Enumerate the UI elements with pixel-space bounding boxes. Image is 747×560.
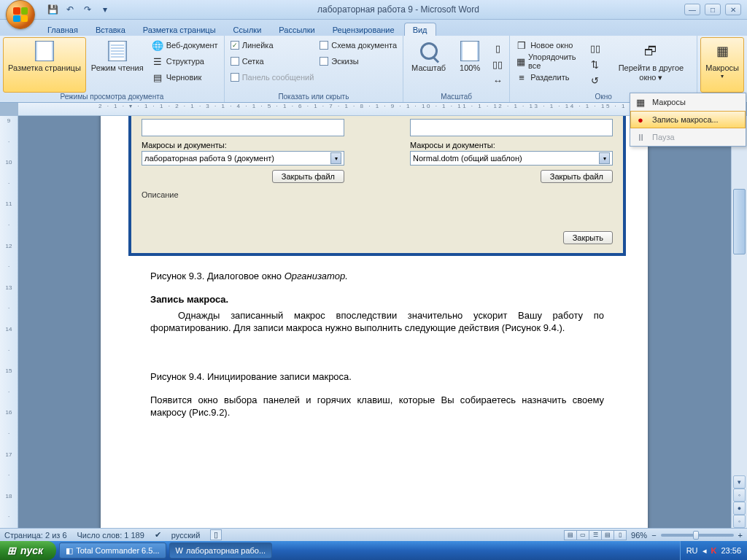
- tab-view[interactable]: Вид: [404, 23, 436, 36]
- browse-object-icon[interactable]: ●: [733, 502, 746, 515]
- tab-insert[interactable]: Вставка: [88, 23, 133, 36]
- dialog-description-label: Описание: [142, 190, 613, 199]
- keyboard-layout[interactable]: RU: [686, 546, 698, 555]
- tab-mailings[interactable]: Рассылки: [271, 23, 322, 36]
- status-word-count[interactable]: Число слов: 1 189: [77, 531, 144, 540]
- macros-record-label: Запись макроса...: [652, 115, 719, 124]
- status-outline[interactable]: ▤: [601, 530, 614, 540]
- reset-position-button[interactable]: ↺: [587, 72, 604, 88]
- minimize-button[interactable]: —: [684, 4, 700, 15]
- tray-clock[interactable]: 23:56: [721, 546, 741, 555]
- reading-mode-icon: [107, 40, 128, 62]
- tab-page-layout[interactable]: Разметка страницы: [135, 23, 224, 36]
- vertical-scrollbar[interactable]: ▴ ▾ ◦ ● ◦: [731, 116, 747, 528]
- taskbar: ⊞пуск ◧Total Commander 6.5... Wлаборатор…: [0, 541, 747, 560]
- macros-button[interactable]: ▦ Макросы ▾: [700, 37, 744, 93]
- vertical-ruler[interactable]: 9·10·11·12·13·14·15·16·17·18·19·20·21·22…: [0, 116, 18, 528]
- one-page-button[interactable]: ▯: [489, 40, 506, 56]
- zoom-slider[interactable]: [661, 534, 734, 537]
- switch-windows-button[interactable]: 🗗 Перейти в другое окно ▾: [608, 37, 694, 93]
- system-tray: RU ◂ K 23:56: [680, 541, 747, 560]
- status-web-layout[interactable]: ☰: [589, 530, 602, 540]
- reading-mode-button[interactable]: Режим чтения: [86, 37, 149, 93]
- tray-arrow-icon[interactable]: ◂: [703, 546, 707, 556]
- page-width-button[interactable]: ↔: [489, 72, 506, 88]
- close-file-left-button[interactable]: Закрыть файл: [272, 170, 344, 183]
- dialog-right-list[interactable]: [410, 119, 613, 136]
- tab-references[interactable]: Ссылки: [225, 23, 270, 36]
- gridlines-checkbox[interactable]: Сетка: [228, 53, 317, 69]
- zoom-100-button[interactable]: 100%: [451, 37, 489, 93]
- document-map-checkbox[interactable]: Схема документа: [317, 37, 400, 53]
- undo-icon[interactable]: ↶: [63, 2, 77, 17]
- status-page[interactable]: Страница: 2 из 6: [4, 531, 67, 540]
- insert-mode-icon[interactable]: ▯: [210, 529, 222, 540]
- dialog-left-list[interactable]: [142, 119, 344, 136]
- word-task-label: лабораторная рабо...: [186, 546, 266, 555]
- new-window-button[interactable]: ❒Новое окно: [513, 37, 582, 53]
- close-button[interactable]: ✕: [725, 4, 741, 15]
- dialog-right-select[interactable]: Normal.dotm (общий шаблон)▾: [410, 151, 613, 166]
- status-bar: Страница: 2 из 6 Число слов: 1 189 ✔ рус…: [0, 528, 747, 541]
- split-icon: ≡: [516, 71, 527, 83]
- paragraph-2: Появится окно выбора панелей и горячих к…: [150, 394, 604, 419]
- web-layout-button[interactable]: 🌐Веб-документ: [149, 37, 221, 53]
- status-draft[interactable]: ▯: [614, 530, 627, 540]
- chevron-down-icon: ▾: [599, 152, 610, 164]
- maximize-button[interactable]: □: [705, 4, 721, 15]
- taskbar-item-tc[interactable]: ◧Total Commander 6.5...: [59, 542, 166, 559]
- dialog-close-button[interactable]: Закрыть: [563, 231, 613, 244]
- group-show-hide: ✓Линейка Сетка Панель сообщений Схема до…: [225, 36, 403, 102]
- macros-menu-view[interactable]: ▦Макросы: [630, 93, 746, 111]
- sync-scroll-icon: ⇅: [589, 58, 601, 70]
- close-file-right-button[interactable]: Закрыть файл: [541, 170, 613, 183]
- spell-check-icon[interactable]: ✔: [155, 530, 161, 540]
- zoom-button[interactable]: Масштаб: [406, 37, 451, 93]
- prev-page-icon[interactable]: ◦: [733, 489, 746, 502]
- chevron-down-icon: ▾: [721, 73, 724, 79]
- zoom-out-icon[interactable]: −: [651, 531, 656, 540]
- print-layout-button[interactable]: Разметка страницы: [3, 37, 86, 93]
- horizontal-ruler[interactable]: 2 · 1 · ▾ · 1 · 1 · 2 · 1 · 3 · 1 · 4 · …: [18, 103, 731, 116]
- qat-customize-icon[interactable]: ▾: [98, 2, 112, 17]
- start-button[interactable]: ⊞пуск: [0, 541, 56, 560]
- ruler-checkbox[interactable]: ✓Линейка: [228, 37, 317, 53]
- sync-scroll-button[interactable]: ⇅: [587, 56, 604, 72]
- side-by-side-button[interactable]: ▯▯: [587, 40, 604, 56]
- kaspersky-icon[interactable]: K: [711, 546, 717, 555]
- page-100-icon: [459, 40, 481, 62]
- switch-windows-icon: 🗗: [640, 40, 662, 62]
- macros-menu-pause: ⏸Пауза: [630, 128, 746, 146]
- status-read-mode[interactable]: ▭: [576, 530, 589, 540]
- status-language[interactable]: русский: [171, 531, 200, 540]
- status-print-layout[interactable]: ▤: [564, 530, 577, 540]
- next-page-icon[interactable]: ◦: [733, 515, 746, 528]
- macros-menu-record[interactable]: ●Запись макроса...: [630, 111, 746, 128]
- zoom-slider-knob[interactable]: [693, 531, 699, 540]
- arrange-all-button[interactable]: ▦Упорядочить все: [513, 53, 582, 69]
- zoom-in-icon[interactable]: +: [738, 531, 743, 540]
- macros-pause-label: Пауза: [652, 133, 675, 141]
- outline-button[interactable]: ☰Структура: [149, 53, 221, 69]
- switch-windows-label: Перейти в другое окно ▾: [614, 63, 689, 82]
- status-zoom[interactable]: 96%: [631, 531, 647, 540]
- outline-label: Структура: [166, 57, 204, 66]
- two-pages-icon: ▯▯: [492, 58, 503, 70]
- two-pages-button[interactable]: ▯▯: [489, 56, 506, 72]
- scroll-down-icon[interactable]: ▾: [733, 475, 746, 489]
- taskbar-item-word[interactable]: Wлабораторная рабо...: [169, 542, 273, 559]
- cap93-term: Организатор.: [285, 271, 348, 281]
- tab-home[interactable]: Главная: [39, 23, 86, 36]
- office-button[interactable]: [6, 0, 35, 29]
- thumbnails-checkbox[interactable]: Эскизы: [317, 53, 400, 69]
- draft-button[interactable]: ▤Черновик: [149, 69, 221, 85]
- tab-review[interactable]: Рецензирование: [325, 23, 403, 36]
- outline-icon: ☰: [152, 55, 163, 67]
- redo-icon[interactable]: ↷: [80, 2, 95, 17]
- word-icon: W: [176, 546, 183, 555]
- dialog-left-select[interactable]: лабораторная работа 9 (документ)▾: [142, 151, 344, 166]
- save-icon[interactable]: 💾: [45, 2, 60, 17]
- document-area[interactable]: Макросы и документы: лабораторная работа…: [18, 116, 731, 528]
- split-button[interactable]: ≡Разделить: [513, 69, 582, 85]
- scroll-thumb[interactable]: [733, 189, 746, 254]
